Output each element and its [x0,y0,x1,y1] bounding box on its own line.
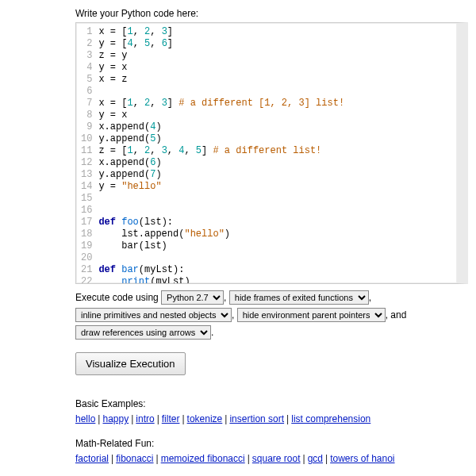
visualize-execution-button[interactable]: Visualize Execution [75,352,186,375]
example-link[interactable]: happy [102,413,129,424]
example-section: Basic Examples:hello|happy|intro|filter|… [75,397,468,426]
primitives-select[interactable]: inline primitives and nested objects [75,308,232,322]
line-gutter: 12345678910111213141516171819202122 [76,26,98,280]
example-link[interactable]: hello [75,413,95,424]
example-link[interactable]: insertion sort [229,413,284,424]
editor-prompt: Write your Python code here: [75,8,468,19]
example-link[interactable]: intro [136,413,154,424]
example-link[interactable]: filter [162,413,180,424]
code-editor[interactable]: 12345678910111213141516171819202122 x = … [75,22,468,284]
exec-label: Execute code using [75,292,159,303]
example-link[interactable]: tokenize [187,413,223,424]
env-pointers-select[interactable]: hide environment parent pointers [237,308,386,322]
example-link[interactable]: gcd [308,453,323,464]
example-section: Math-Related Fun:factorial|fibonacci|mem… [75,437,468,466]
example-link[interactable]: list comprehension [291,413,370,424]
code-area[interactable]: x = [1, 2, 3]y = [4, 5, 6]z = yy = xx = … [98,26,457,280]
example-link[interactable]: fibonacci [116,453,153,464]
example-link[interactable]: towers of hanoi [330,453,394,464]
and-label: , and [386,309,407,321]
example-link[interactable]: square root [252,453,301,464]
example-link[interactable]: factorial [75,453,109,464]
execution-options: Execute code using Python 2.7, hide fram… [75,289,468,341]
section-title: Math-Related Fun: [75,437,468,451]
python-version-select[interactable]: Python 2.7 [161,290,224,305]
section-title: Basic Examples: [75,397,468,411]
example-link[interactable]: memoized fibonacci [161,453,245,464]
references-select[interactable]: draw references using arrows [75,325,211,340]
frames-select[interactable]: hide frames of exited functions [229,290,369,305]
